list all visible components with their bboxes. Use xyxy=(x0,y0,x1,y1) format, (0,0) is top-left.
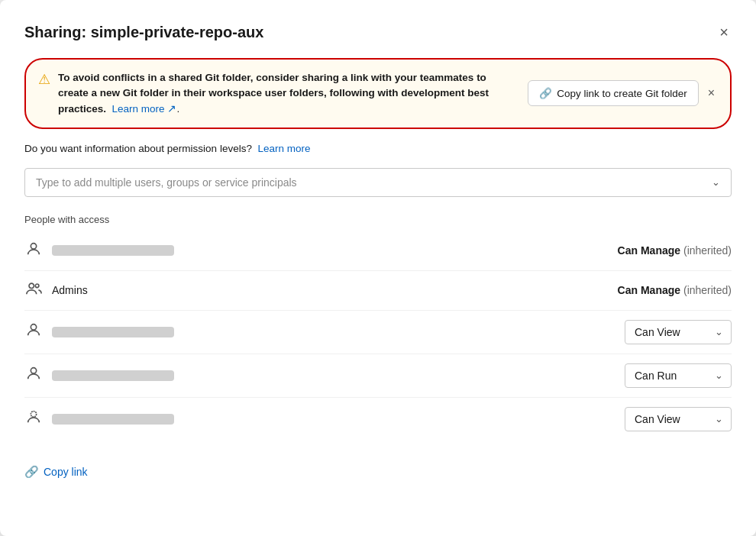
permission-select[interactable]: Can View Can Edit Can Run Can Manage xyxy=(635,326,722,338)
person-left xyxy=(24,321,174,342)
search-chevron-icon: ⌄ xyxy=(712,176,720,188)
permission-static: Can Manage (inherited) xyxy=(618,244,732,257)
svg-point-3 xyxy=(31,325,36,330)
permission-select[interactable]: Can View Can Edit Can Run Can Manage xyxy=(635,413,722,425)
person-icon xyxy=(24,365,43,386)
permission-select-wrapper[interactable]: Can View Can Edit Can Run Can Manage ⌄ xyxy=(625,407,732,431)
copy-git-folder-button[interactable]: 🔗 Copy link to create Git folder xyxy=(528,80,698,106)
copy-link-button[interactable]: 🔗 Copy link xyxy=(24,465,88,479)
person-row: Can View Can Edit Can Run Can Manage ⌄ xyxy=(24,311,732,354)
person-icon xyxy=(24,241,43,261)
permission-select-wrapper[interactable]: Can View Can Edit Can Run Can Manage ⌄ xyxy=(625,363,732,388)
person-row: Can View Can Edit Can Run Can Manage ⌄ xyxy=(24,398,732,441)
person-left xyxy=(24,241,174,261)
person-left: Admins xyxy=(24,280,88,301)
blurred-name xyxy=(52,370,174,381)
permission-static: Can Manage (inherited) xyxy=(618,284,732,296)
blurred-name xyxy=(52,327,174,337)
svg-point-4 xyxy=(31,368,36,373)
permission-select[interactable]: Can View Can Edit Can Run Can Manage xyxy=(635,370,722,382)
svg-point-5 xyxy=(31,412,36,417)
svg-point-0 xyxy=(31,243,36,248)
person-left xyxy=(24,365,174,386)
warning-icon: ⚠ xyxy=(38,71,50,88)
sharing-dialog: Sharing: simple-private-repo-aux × ⚠ To … xyxy=(0,0,756,536)
group-icon xyxy=(24,280,43,301)
svg-point-2 xyxy=(35,284,39,288)
person-row: Can Manage (inherited) xyxy=(24,231,732,271)
blurred-name xyxy=(52,245,174,256)
person-left xyxy=(24,408,174,429)
copy-git-link-icon: 🔗 xyxy=(539,87,552,99)
info-row: Do you want information about permission… xyxy=(24,143,732,154)
people-list: Can Manage (inherited) Admins Can Manage… xyxy=(24,231,732,441)
warning-right: 🔗 Copy link to create Git folder × xyxy=(528,80,718,106)
info-learn-more-link[interactable]: Learn more xyxy=(257,143,310,154)
blurred-name xyxy=(52,414,174,425)
people-section-label: People with access xyxy=(24,214,732,225)
footer: 🔗 Copy link xyxy=(24,456,732,479)
person-icon xyxy=(24,321,43,342)
close-button[interactable]: × xyxy=(716,21,732,43)
copy-link-label: Copy link xyxy=(44,466,88,478)
svg-point-1 xyxy=(29,283,34,288)
search-input[interactable] xyxy=(36,176,712,189)
warning-dismiss-button[interactable]: × xyxy=(705,85,718,102)
admins-label: Admins xyxy=(52,284,88,296)
warning-banner: ⚠ To avoid conflicts in a shared Git fol… xyxy=(24,58,732,129)
permission-select-wrapper[interactable]: Can View Can Edit Can Run Can Manage ⌄ xyxy=(625,320,732,344)
search-box[interactable]: ⌄ xyxy=(24,168,732,197)
dialog-title: Sharing: simple-private-repo-aux xyxy=(24,24,263,41)
person-outline-icon xyxy=(24,408,43,429)
dialog-header: Sharing: simple-private-repo-aux × xyxy=(24,21,732,43)
person-row: Admins Can Manage (inherited) xyxy=(24,271,732,311)
warning-left: ⚠ To avoid conflicts in a shared Git fol… xyxy=(38,70,519,117)
warning-text: To avoid conflicts in a shared Git folde… xyxy=(58,70,519,117)
warning-learn-more-link[interactable]: Learn more ↗ xyxy=(112,103,177,115)
person-row: Can View Can Edit Can Run Can Manage ⌄ xyxy=(24,354,732,398)
copy-link-icon: 🔗 xyxy=(24,465,39,479)
